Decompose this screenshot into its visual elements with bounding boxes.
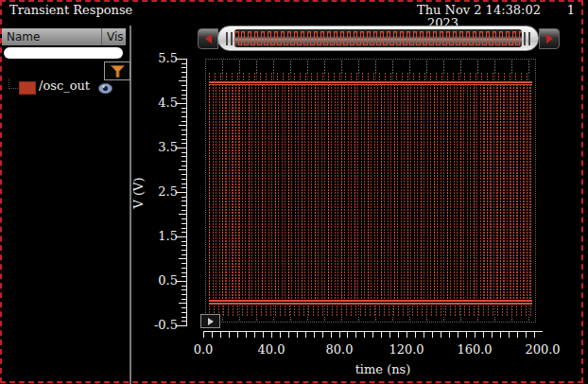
x-tick-label: 120.0 xyxy=(378,342,435,357)
right-arrow-icon xyxy=(546,34,553,44)
visibility-toggle[interactable] xyxy=(98,80,112,93)
scrollbar-left-button[interactable] xyxy=(198,28,218,49)
strip-number-badge: 1 xyxy=(563,3,579,17)
scrollbar-left-grip[interactable] xyxy=(226,32,233,45)
y-axis-title: V (V) xyxy=(131,172,147,214)
page-title: Transient Response xyxy=(9,3,132,17)
scrollbar-track[interactable] xyxy=(234,29,522,47)
play-icon xyxy=(208,318,214,325)
waveform-trace xyxy=(209,73,532,317)
y-tick-label: -0.5 xyxy=(136,318,178,333)
left-arrow-icon xyxy=(205,34,212,44)
x-tick-label: 40.0 xyxy=(243,342,300,357)
signal-table-header: Name Vis xyxy=(2,28,126,45)
y-tick-label: 4.5 xyxy=(136,96,178,111)
y-tick-label: 1.5 xyxy=(136,229,178,244)
filter-button[interactable] xyxy=(104,61,130,80)
x-axis-title: time (ns) xyxy=(340,362,425,376)
x-tick-label: 80.0 xyxy=(311,342,368,357)
signal-color-swatch[interactable] xyxy=(19,81,36,95)
tree-branch xyxy=(9,79,18,89)
scrollbar-right-grip[interactable] xyxy=(524,32,530,45)
y-tick-label: 5.5 xyxy=(136,51,178,66)
overview-scrollbar[interactable] xyxy=(217,26,539,51)
x-axis-ruler xyxy=(203,331,543,339)
x-tick-label: 160.0 xyxy=(446,342,503,357)
waveform-window: Transient Response Thu Nov 2 14:38:02 20… xyxy=(0,0,588,384)
x-tick-label: 200.0 xyxy=(514,342,571,357)
timestamp: Thu Nov 2 14:38:02 xyxy=(406,3,541,17)
x-tick-label: 0.0 xyxy=(175,342,232,357)
y-tick-label: 0.5 xyxy=(136,273,178,288)
column-header-vis: Vis xyxy=(102,28,126,45)
play-button[interactable] xyxy=(200,314,220,328)
scrollbar-right-button[interactable] xyxy=(539,28,560,49)
column-header-name: Name xyxy=(2,28,102,45)
eye-icon xyxy=(98,82,112,95)
signal-name[interactable]: /osc_out xyxy=(39,79,90,93)
plot-area[interactable] xyxy=(205,59,536,323)
y-tick-label: 3.5 xyxy=(136,140,178,155)
signal-filter-input[interactable] xyxy=(4,47,123,59)
funnel-icon xyxy=(111,65,125,78)
waveform-preview xyxy=(234,31,522,45)
